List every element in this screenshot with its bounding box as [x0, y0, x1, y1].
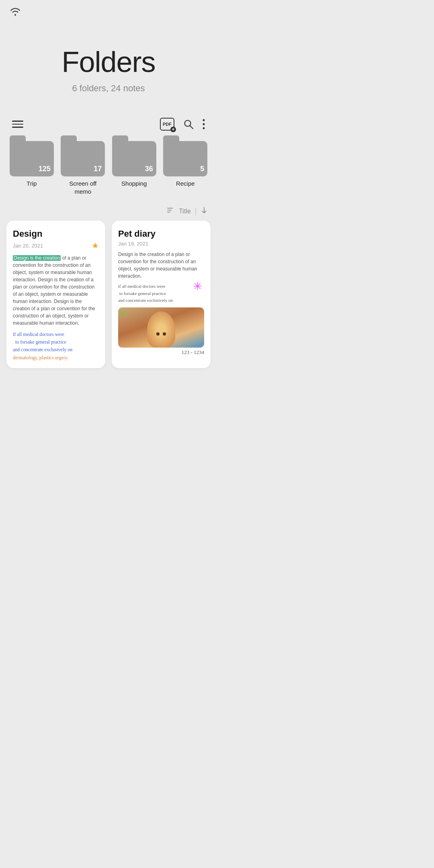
folder-recipe[interactable]: 5 Recipe [162, 141, 209, 195]
folder-shape: 5 [163, 141, 207, 176]
note-title: Pet diary [118, 229, 204, 239]
svg-point-4 [203, 127, 205, 129]
svg-line-1 [190, 126, 193, 129]
folder-shape: 125 [10, 141, 54, 176]
svg-point-3 [203, 123, 205, 125]
sort-arrow-icon[interactable] [201, 207, 207, 216]
wifi-icon [10, 7, 21, 18]
folder-count-label: 6 folders, 24 notes [8, 83, 209, 94]
folder-label: Trip [27, 180, 37, 188]
page-title: Folders [8, 45, 209, 78]
pdf-add-button[interactable]: PDF [160, 118, 174, 131]
folder-count: 17 [94, 165, 102, 173]
note-title: Design [13, 229, 99, 239]
sort-bar: Title | [0, 203, 217, 221]
sort-icon[interactable] [167, 207, 175, 216]
folder-label: Shopping [121, 180, 147, 188]
folder-label: Recipe [176, 180, 195, 188]
pdf-icon: PDF [160, 118, 174, 131]
folder-count: 36 [145, 165, 153, 173]
folder-shopping[interactable]: 36 Shopping [111, 141, 158, 195]
status-bar [0, 0, 217, 21]
menu-button[interactable] [12, 121, 23, 128]
svg-point-2 [203, 119, 205, 121]
folder-trip[interactable]: 125 Trip [8, 141, 55, 195]
doodle-star-pink-icon: ✳ [193, 280, 202, 293]
sort-label[interactable]: Title [179, 208, 191, 215]
folder-count: 125 [39, 165, 51, 173]
folder-shape: 17 [61, 141, 105, 176]
note-card-pet-diary[interactable]: Pet diary Jan 19, 2021 Design is the cre… [112, 221, 211, 368]
note-body-text: Design is the creation of a plan or conv… [13, 254, 99, 327]
image-area: ✳ 123 - 1234 [118, 307, 204, 356]
more-button[interactable] [203, 119, 205, 129]
search-button[interactable] [183, 119, 194, 129]
folder-shape: 36 [112, 141, 156, 176]
doodle-area: ✳ if all medical doctors were to forsake… [118, 283, 204, 304]
note-handwriting: if all medical doctors were to forsake g… [13, 331, 99, 362]
highlight-text: Design is the creation [13, 255, 61, 261]
folder-screen-off-memo[interactable]: 17 Screen offmemo [59, 141, 107, 195]
folder-count: 5 [200, 165, 204, 173]
note-meta: Jan 19, 2021 [118, 241, 204, 247]
note-handwriting: if all medical doctors were to forsake g… [118, 283, 204, 304]
note-date: Jan 20, 2021 [13, 243, 43, 249]
notes-grid: Design Jan 20, 2021 ★ Design is the crea… [0, 221, 217, 380]
folder-label: Screen offmemo [69, 180, 96, 195]
note-card-design[interactable]: Design Jan 20, 2021 ★ Design is the crea… [6, 221, 105, 368]
note-date: Jan 19, 2021 [118, 241, 148, 247]
note-image [118, 307, 204, 348]
note-meta: Jan 20, 2021 ★ [13, 241, 99, 250]
folder-grid: 125 Trip 17 Screen offmemo 36 Shopping 5… [0, 137, 217, 203]
doodle-star-green-icon: ✳ [118, 307, 127, 320]
hero-section: Folders 6 folders, 24 notes [0, 21, 217, 114]
sort-divider: | [195, 207, 197, 216]
star-icon: ★ [92, 241, 99, 250]
toolbar: PDF [0, 114, 217, 137]
image-label: 123 - 1234 [118, 349, 204, 356]
note-body-text: Design is the creation of a plan or conv… [118, 251, 204, 280]
